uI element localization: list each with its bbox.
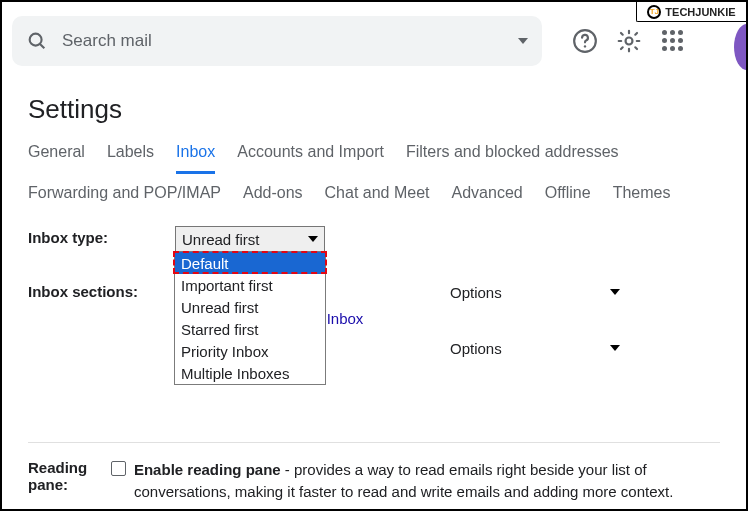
help-icon[interactable]	[572, 28, 598, 54]
chevron-down-icon	[610, 345, 620, 351]
inbox-type-option-starred-first[interactable]: Starred first	[175, 318, 325, 340]
inbox-type-select[interactable]: Unread first	[175, 226, 325, 252]
reading-pane-checkbox-label: Enable reading pane	[134, 461, 281, 478]
tab-themes[interactable]: Themes	[613, 184, 671, 202]
search-placeholder: Search mail	[62, 31, 504, 51]
tabs-row-2: Forwarding and POP/IMAP Add-ons Chat and…	[28, 184, 720, 202]
row-inbox-sections: Inbox sections:	[28, 278, 720, 302]
svg-point-0	[30, 34, 42, 46]
top-bar: Search mail	[2, 2, 746, 76]
tab-chat-meet[interactable]: Chat and Meet	[325, 184, 430, 202]
tab-inbox[interactable]: Inbox	[176, 143, 215, 174]
options-label-2: Options	[450, 340, 502, 357]
top-icons	[572, 28, 686, 54]
tab-offline[interactable]: Offline	[545, 184, 591, 202]
apps-grid-icon[interactable]	[660, 28, 686, 54]
chevron-down-icon	[308, 236, 318, 242]
inbox-type-label: Inbox type:	[28, 226, 175, 246]
tab-forwarding[interactable]: Forwarding and POP/IMAP	[28, 184, 221, 202]
watermark-icon: TJ	[647, 5, 661, 19]
tabs-row-1: General Labels Inbox Accounts and Import…	[28, 143, 720, 174]
tab-accounts-import[interactable]: Accounts and Import	[237, 143, 384, 174]
tab-general[interactable]: General	[28, 143, 85, 174]
settings-content: Settings General Labels Inbox Accounts a…	[2, 76, 746, 511]
tab-labels[interactable]: Labels	[107, 143, 154, 174]
inbox-type-option-important-first[interactable]: Important first	[175, 274, 325, 296]
avatar[interactable]	[734, 24, 748, 70]
divider	[28, 442, 720, 443]
watermark-badge: TJ TECHJUNKIE	[636, 2, 746, 22]
gear-icon[interactable]	[616, 28, 642, 54]
svg-point-3	[584, 45, 586, 47]
reading-pane-text: Enable reading pane - provides a way to …	[134, 459, 720, 503]
page-title: Settings	[28, 94, 720, 125]
inbox-sections-label: Inbox sections:	[28, 280, 175, 300]
inbox-type-selected: Unread first	[182, 231, 308, 248]
inbox-type-option-multiple-inboxes[interactable]: Multiple Inboxes	[175, 362, 325, 384]
tab-addons[interactable]: Add-ons	[243, 184, 303, 202]
inbox-type-option-priority-inbox[interactable]: Priority Inbox	[175, 340, 325, 362]
row-inbox-type: Inbox type: Unread first Default Importa…	[28, 224, 720, 254]
inbox-type-option-default[interactable]: Default	[175, 252, 325, 274]
inbox-type-dropdown: Default Important first Unread first Sta…	[174, 251, 326, 385]
search-box[interactable]: Search mail	[12, 16, 542, 66]
inbox-type-option-unread-first[interactable]: Unread first	[175, 296, 325, 318]
watermark-text: TECHJUNKIE	[665, 6, 735, 18]
reading-pane-label: Reading pane:	[28, 459, 111, 493]
svg-line-1	[40, 44, 44, 48]
svg-point-4	[626, 38, 633, 45]
search-icon	[26, 30, 48, 52]
search-options-caret[interactable]	[518, 38, 528, 44]
inbox-section-options-2[interactable]: Options	[450, 334, 630, 362]
tab-filters-blocked[interactable]: Filters and blocked addresses	[406, 143, 619, 174]
tab-advanced[interactable]: Advanced	[452, 184, 523, 202]
enable-reading-pane-checkbox[interactable]	[111, 461, 126, 476]
row-reading-pane: Reading pane: Enable reading pane - prov…	[28, 459, 720, 503]
